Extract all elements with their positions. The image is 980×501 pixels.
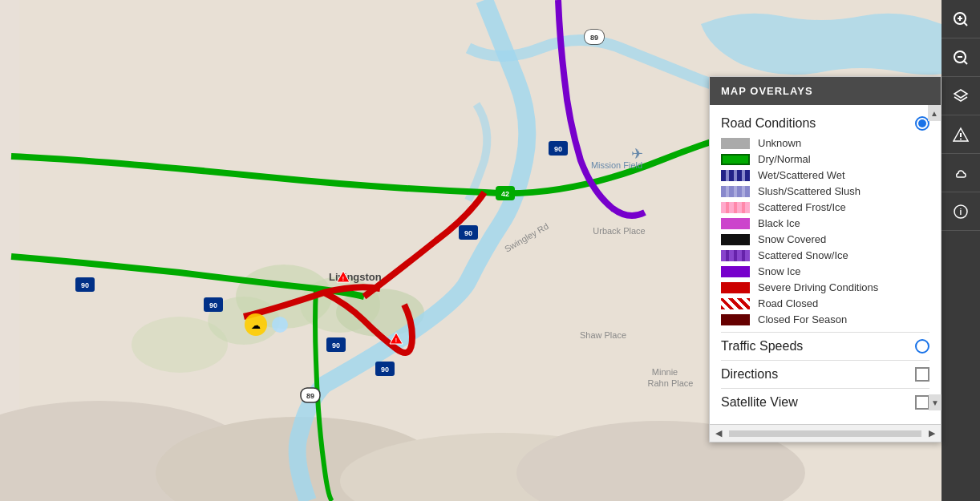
traffic-speeds-radio[interactable] [915, 339, 929, 354]
svg-text:Mission Field: Mission Field [591, 160, 642, 170]
satellite-view-section: Satellite View [721, 395, 929, 410]
zoom-in-button[interactable] [942, 0, 980, 38]
legend-label-black-ice: Black Ice [758, 217, 800, 229]
svg-text:90: 90 [464, 229, 472, 237]
scroll-right-arrow[interactable]: ▶ [923, 425, 941, 442]
info-button[interactable]: i [942, 192, 980, 231]
svg-text:Urback Place: Urback Place [593, 226, 645, 236]
svg-text:✈: ✈ [631, 146, 643, 162]
legend-label-scattered-snow-ice: Scattered Snow/Ice [758, 249, 848, 261]
legend-unknown: Unknown [721, 137, 929, 149]
satellite-view-title: Satellite View [721, 395, 798, 410]
weather-icon [953, 165, 969, 181]
map-container[interactable]: ✈ Mission Field Urback Place Livingston … [0, 0, 980, 501]
satellite-view-checkbox[interactable] [915, 395, 929, 410]
traffic-speeds-header[interactable]: Traffic Speeds [721, 339, 929, 354]
satellite-view-header[interactable]: Satellite View [721, 395, 929, 410]
legend-swatch-black-ice [721, 218, 750, 229]
overlay-header: MAP OVERLAYS [710, 77, 941, 105]
directions-header[interactable]: Directions [721, 367, 929, 382]
road-conditions-header: Road Conditions [721, 116, 929, 131]
legend-road-closed: Road Closed [721, 297, 929, 309]
svg-point-43 [272, 317, 288, 333]
panel-scroll-up[interactable]: ▲ [928, 105, 941, 121]
legend-swatch-road-closed [721, 298, 750, 309]
svg-point-9 [132, 317, 228, 373]
legend-swatch-dry [721, 154, 750, 165]
legend-severe: Severe Driving Conditions [721, 281, 929, 293]
legend-swatch-closed-season [721, 314, 750, 325]
svg-text:42: 42 [501, 190, 509, 198]
zoom-out-button[interactable] [942, 38, 980, 77]
svg-text:Livingston: Livingston [329, 271, 382, 283]
svg-text:Rahn Place: Rahn Place [648, 378, 694, 388]
svg-text:Shaw Place: Shaw Place [580, 330, 626, 340]
legend-label-frost: Scattered Frost/Ice [758, 201, 846, 213]
svg-text:89: 89 [306, 392, 314, 400]
svg-text:90: 90 [554, 145, 562, 153]
svg-point-54 [960, 138, 962, 139]
legend-black-ice: Black Ice [721, 217, 929, 229]
legend-swatch-snow-covered [721, 234, 750, 245]
legend-label-unknown: Unknown [758, 137, 801, 149]
legend-snow-ice: Snow Ice [721, 265, 929, 277]
directions-title: Directions [721, 367, 778, 382]
layers-button[interactable] [942, 77, 980, 115]
zoom-out-icon [953, 50, 969, 66]
legend-label-dry: Dry/Normal [758, 153, 811, 165]
alert-icon [953, 127, 969, 143]
divider-3 [721, 388, 929, 389]
legend-scattered-snow-ice: Scattered Snow/Ice [721, 249, 929, 261]
svg-text:☁: ☁ [251, 320, 261, 331]
divider-1 [721, 332, 929, 333]
legend-swatch-unknown [721, 138, 750, 149]
legend-label-road-closed: Road Closed [758, 297, 818, 309]
layers-icon [953, 88, 969, 104]
legend-swatch-frost [721, 202, 750, 213]
info-icon: i [953, 204, 969, 220]
scroll-left-arrow[interactable]: ◀ [710, 425, 727, 442]
svg-text:90: 90 [381, 366, 389, 374]
legend-swatch-wet [721, 170, 750, 181]
legend-dry-normal: Dry/Normal [721, 153, 929, 165]
road-conditions-section: Road Conditions Unknown Dry/Normal Wet/S… [721, 116, 929, 325]
legend-closed-season: Closed For Season [721, 313, 929, 325]
traffic-speeds-title: Traffic Speeds [721, 339, 803, 354]
overlay-panel: MAP OVERLAYS ▲ Road Conditions Unknown [709, 76, 942, 442]
svg-text:90: 90 [209, 301, 217, 309]
legend-swatch-severe [721, 282, 750, 293]
divider-2 [721, 360, 929, 361]
svg-marker-51 [954, 90, 967, 98]
panel-scroll-down[interactable]: ▼ [929, 394, 942, 410]
legend-label-closed-season: Closed For Season [758, 313, 847, 325]
traffic-speeds-section: Traffic Speeds [721, 339, 929, 354]
road-conditions-title: Road Conditions [721, 116, 816, 131]
scrollbar-track [729, 430, 921, 437]
overlay-scrollable[interactable]: Road Conditions Unknown Dry/Normal Wet/S… [710, 105, 941, 424]
svg-text:89: 89 [590, 34, 598, 42]
legend-label-snow-ice: Snow Ice [758, 265, 800, 277]
legend-label-snow-covered: Snow Covered [758, 233, 826, 245]
horizontal-scrollbar[interactable]: ◀ ▶ [710, 424, 941, 442]
zoom-in-icon [953, 11, 969, 27]
legend-slush: Slush/Scattered Slush [721, 185, 929, 197]
legend-swatch-scattered-snow-ice [721, 250, 750, 261]
legend-snow-covered: Snow Covered [721, 233, 929, 245]
directions-checkbox[interactable] [915, 367, 929, 382]
legend-label-wet: Wet/Scattered Wet [758, 169, 845, 181]
svg-line-50 [964, 61, 967, 64]
weather-button[interactable] [942, 154, 980, 192]
legend-label-severe: Severe Driving Conditions [758, 281, 878, 293]
legend-swatch-snow-ice [721, 266, 750, 277]
svg-text:!: ! [342, 276, 344, 281]
svg-line-47 [964, 22, 967, 26]
svg-text:i: i [960, 208, 962, 216]
right-toolbar: i [942, 0, 980, 501]
directions-section: Directions [721, 367, 929, 382]
legend-swatch-slush [721, 186, 750, 197]
svg-text:!: ! [395, 337, 397, 343]
svg-text:Minnie: Minnie [652, 367, 678, 377]
alert-button[interactable] [942, 115, 980, 154]
overlay-title: MAP OVERLAYS [721, 85, 813, 97]
svg-text:90: 90 [81, 281, 89, 289]
